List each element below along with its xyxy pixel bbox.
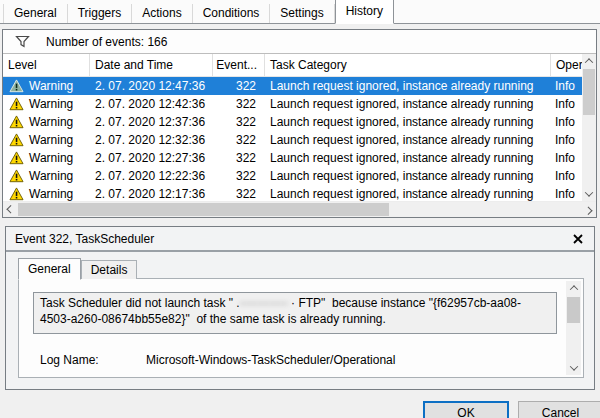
log-name-label: Log Name: [40,353,146,367]
event-detail-pane: Event 322, TaskScheduler General Details… [5,226,595,390]
vertical-scroll-thumb[interactable] [583,69,595,115]
level-cell: Warning [29,133,73,147]
tab-settings[interactable]: Settings [270,4,334,23]
events-vertical-scrollbar[interactable] [582,54,596,201]
tab-conditions[interactable]: Conditions [193,4,271,23]
task-category-cell: Launch request ignored, instance already… [265,187,551,201]
filter-funnel-icon [15,35,30,48]
task-category-cell: Launch request ignored, instance already… [265,115,551,129]
date-cell: 2. 07. 2020 12:47:36 [90,79,213,93]
level-cell: Warning [29,187,73,201]
warning-icon [9,133,24,147]
tab-triggers[interactable]: Triggers [68,4,133,23]
event-id-cell: 322 [213,151,265,165]
column-header-date-time[interactable]: Date and Time [90,54,213,76]
close-icon[interactable] [571,232,585,246]
detail-tab-general[interactable]: General [18,258,81,280]
log-name-value: Microsoft-Windows-TaskScheduler/Operatio… [146,353,395,367]
date-cell: 2. 07. 2020 12:17:36 [90,187,213,201]
tab-history[interactable]: History [335,0,394,24]
scroll-right-icon[interactable] [582,202,596,217]
table-row[interactable]: Warning 2. 07. 2020 12:17:36 322 Launch … [3,185,582,201]
column-header-operational[interactable]: Oper [551,54,582,76]
date-cell: 2. 07. 2020 12:37:36 [90,115,213,129]
events-filter-bar[interactable]: Number of events: 166 [3,30,596,54]
detail-pane-header: Event 322, TaskScheduler [6,227,594,252]
event-id-cell: 322 [213,97,265,111]
warning-icon [9,169,24,183]
detail-vertical-scrollbar[interactable] [566,281,581,375]
column-header-level[interactable]: Level [3,54,90,76]
redacted-task-name: ———— [240,296,288,310]
operational-cell: Info [551,187,582,201]
table-row[interactable]: Warning 2. 07. 2020 12:32:36 322 Launch … [3,131,582,149]
warning-icon [9,187,24,201]
level-cell: Warning [29,115,73,129]
task-category-cell: Launch request ignored, instance already… [265,133,551,147]
warning-icon [9,97,24,111]
log-name-row: Log Name: Microsoft-Windows-TaskSchedule… [40,353,395,367]
events-horizontal-scrollbar[interactable] [3,201,596,217]
event-id-cell: 322 [213,187,265,201]
date-cell: 2. 07. 2020 12:22:36 [90,169,213,183]
table-row[interactable]: Warning 2. 07. 2020 12:22:36 322 Launch … [3,167,582,185]
date-cell: 2. 07. 2020 12:32:36 [90,133,213,147]
warning-icon [9,79,24,93]
task-category-cell: Launch request ignored, instance already… [265,169,551,183]
tab-general[interactable]: General [3,4,68,23]
task-category-cell: Launch request ignored, instance already… [265,151,551,165]
operational-cell: Info [551,133,582,147]
level-cell: Warning [29,97,73,111]
task-category-cell: Launch request ignored, instance already… [265,97,551,111]
event-id-cell: 322 [213,79,265,93]
detail-general-page: Task Scheduler did not launch task " .——… [18,278,584,378]
table-row[interactable]: Warning 2. 07. 2020 12:27:36 322 Launch … [3,149,582,167]
column-header-event-id[interactable]: Event... [213,54,265,76]
scroll-down-icon[interactable] [582,187,596,201]
task-category-cell: Launch request ignored, instance already… [265,79,551,93]
scroll-left-icon[interactable] [3,202,17,217]
date-cell: 2. 07. 2020 12:42:36 [90,97,213,111]
table-row[interactable]: Warning 2. 07. 2020 12:37:36 322 Launch … [3,113,582,131]
detail-tab-bar: General Details [18,258,137,279]
vertical-scroll-thumb[interactable] [567,297,580,323]
scroll-down-icon[interactable] [566,361,581,375]
events-table-body: Warning 2. 07. 2020 12:47:36 322 Launch … [3,77,582,201]
operational-cell: Info [551,151,582,165]
tab-actions[interactable]: Actions [132,4,192,23]
events-table-header: Level Date and Time Event... Task Catego… [3,54,582,77]
operational-cell: Info [551,79,582,93]
event-description-box[interactable]: Task Scheduler did not launch task " .——… [33,292,557,334]
property-tab-bar: General Triggers Actions Conditions Sett… [0,0,600,24]
warning-icon [9,151,24,165]
level-cell: Warning [29,169,73,183]
detail-tab-details[interactable]: Details [81,260,138,279]
detail-pane-title: Event 322, TaskScheduler [15,232,571,246]
warning-icon [9,115,24,129]
table-row[interactable]: Warning 2. 07. 2020 12:42:36 322 Launch … [3,95,582,113]
column-header-task-category[interactable]: Task Category [265,54,551,76]
event-id-cell: 322 [213,115,265,129]
date-cell: 2. 07. 2020 12:27:36 [90,151,213,165]
level-cell: Warning [29,79,73,93]
ok-button[interactable]: OK [423,401,509,418]
operational-cell: Info [551,169,582,183]
cancel-button[interactable]: Cancel [518,401,600,418]
scroll-up-icon[interactable] [566,281,581,295]
table-row[interactable]: Warning 2. 07. 2020 12:47:36 322 Launch … [3,77,582,95]
events-panel: Number of events: 166 Level Date and Tim… [2,29,597,218]
event-description-text: Task Scheduler did not launch task " . [40,296,240,310]
operational-cell: Info [551,115,582,129]
event-id-cell: 322 [213,133,265,147]
event-id-cell: 322 [213,169,265,183]
level-cell: Warning [29,151,73,165]
horizontal-scroll-thumb[interactable] [18,203,389,216]
scroll-up-icon[interactable] [582,54,596,68]
operational-cell: Info [551,97,582,111]
event-count-label: Number of events: 166 [46,35,167,49]
